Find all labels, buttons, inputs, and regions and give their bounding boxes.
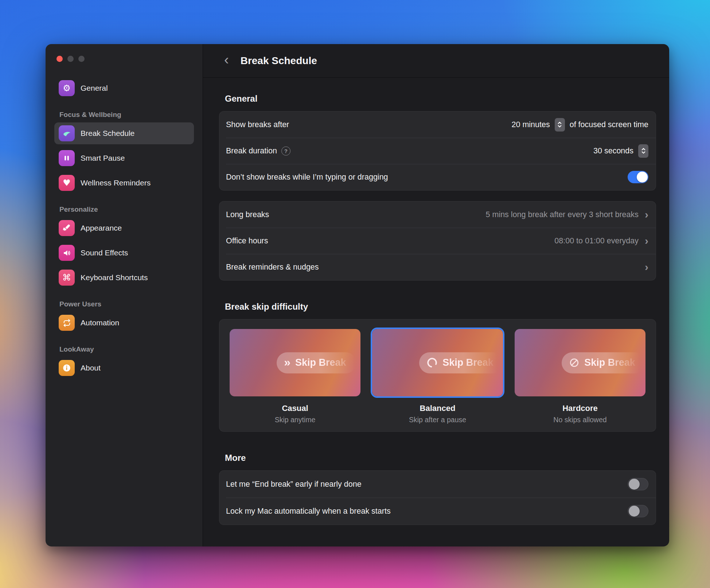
- sidebar-item-label: Break Schedule: [81, 129, 134, 138]
- sidebar-item-label: Appearance: [81, 224, 122, 232]
- sidebar-section-lookaway: LookAway: [59, 345, 194, 353]
- lock-mac-label: Lock my Mac automatically when a break s…: [226, 507, 391, 516]
- sidebar-item-general[interactable]: ⚙ General: [54, 77, 194, 99]
- sidebar-item-label: Sound Effects: [81, 248, 128, 257]
- difficulty-description: Skip after a pause: [372, 416, 503, 424]
- skip-break-pill: Skip Break: [562, 352, 645, 373]
- end-break-early-label: Let me “End break” early if nearly done: [226, 480, 362, 489]
- window-controls: [56, 56, 194, 62]
- content-header: ‹ Break Schedule: [203, 44, 669, 78]
- casual-tile[interactable]: » Skip Break: [230, 329, 360, 396]
- sidebar-item-smart-pause[interactable]: Smart Pause: [54, 147, 194, 169]
- zoom-button[interactable]: [78, 56, 85, 62]
- typing-dragging-label: Don’t show breaks while I’m typing or dr…: [226, 173, 388, 182]
- office-hours-value: 08:00 to 01:00 everyday: [554, 236, 639, 246]
- minimize-button[interactable]: [67, 56, 74, 62]
- sidebar-section-focus-wellbeing: Focus & Wellbeing: [59, 111, 194, 119]
- end-break-early-row: Let me “End break” early if nearly done: [219, 471, 656, 498]
- break-duration-stepper[interactable]: [638, 144, 648, 158]
- pause-icon: [59, 150, 75, 166]
- long-breaks-row[interactable]: Long breaks 5 mins long break after ever…: [219, 201, 656, 228]
- sidebar-item-label: About: [81, 364, 101, 372]
- show-breaks-after-suffix: of focused screen time: [570, 120, 648, 129]
- sidebar: ⚙ General Focus & Wellbeing Break Schedu…: [46, 44, 203, 546]
- info-icon: [59, 360, 75, 376]
- show-breaks-after-label: Show breaks after: [226, 120, 289, 129]
- settings-window: ⚙ General Focus & Wellbeing Break Schedu…: [46, 44, 669, 546]
- break-duration-label: Break duration: [226, 146, 277, 156]
- back-button[interactable]: ‹: [223, 53, 230, 69]
- office-hours-row[interactable]: Office hours 08:00 to 01:00 everyday ›: [219, 228, 656, 254]
- sidebar-item-wellness-reminders[interactable]: ♥ Wellness Reminders: [54, 172, 194, 194]
- end-break-early-toggle[interactable]: [628, 478, 648, 490]
- speaker-icon: [59, 245, 75, 261]
- break-reminders-label: Break reminders & nudges: [226, 263, 319, 272]
- difficulty-option-casual[interactable]: » Skip Break Casual Skip anytime: [230, 329, 360, 424]
- difficulty-name: Casual: [230, 404, 360, 413]
- difficulty-card: » Skip Break Casual Skip anytime: [219, 319, 656, 432]
- sidebar-item-label: Keyboard Shortcuts: [81, 273, 148, 282]
- show-breaks-after-stepper[interactable]: [555, 118, 565, 132]
- sidebar-section-power-users: Power Users: [59, 300, 194, 308]
- break-duration-row: Break duration ? 30 seconds: [219, 138, 656, 164]
- difficulty-name: Hardcore: [515, 404, 645, 413]
- sidebar-item-label: Wellness Reminders: [81, 179, 151, 187]
- lock-mac-row: Lock my Mac automatically when a break s…: [219, 498, 656, 525]
- balanced-tile[interactable]: Skip Break: [372, 329, 503, 396]
- skip-break-pill: » Skip Break: [277, 352, 356, 373]
- command-icon: ⌘: [59, 270, 75, 286]
- gear-icon: ⚙: [59, 80, 75, 96]
- long-breaks-label: Long breaks: [226, 210, 269, 219]
- section-title-difficulty: Break skip difficulty: [225, 302, 656, 312]
- sidebar-item-about[interactable]: About: [54, 357, 194, 379]
- desktop-background: { "window": { "title": "Break Schedule" …: [0, 0, 710, 588]
- sidebar-section-personalize: Personalize: [59, 205, 194, 213]
- no-skip-icon: [569, 357, 580, 368]
- content-pane: ‹ Break Schedule General Show breaks aft…: [203, 44, 669, 546]
- countdown-ring-icon: [426, 357, 438, 368]
- office-hours-label: Office hours: [226, 236, 268, 246]
- sidebar-item-label: Automation: [81, 318, 119, 327]
- difficulty-option-hardcore[interactable]: Skip Break Hardcore No skips allowed: [515, 329, 645, 424]
- break-reminders-row[interactable]: Break reminders & nudges ›: [219, 254, 656, 280]
- sidebar-item-label: Smart Pause: [81, 154, 125, 162]
- show-breaks-after-row: Show breaks after 20 minutes of focused …: [219, 111, 656, 138]
- double-chevron-icon: »: [284, 356, 290, 369]
- chevron-right-icon: ›: [643, 235, 648, 246]
- paintbrush-icon: [59, 220, 75, 236]
- more-settings-card: Let me “End break” early if nearly done …: [219, 470, 656, 525]
- schedule-links-card: Long breaks 5 mins long break after ever…: [219, 201, 656, 281]
- difficulty-description: Skip anytime: [230, 416, 360, 424]
- lock-mac-toggle[interactable]: [628, 505, 648, 517]
- sidebar-item-keyboard-shortcuts[interactable]: ⌘ Keyboard Shortcuts: [54, 267, 194, 289]
- settings-scroll-area: General Show breaks after 20 minutes of …: [203, 78, 669, 540]
- typing-dragging-row: Don’t show breaks while I’m typing or dr…: [219, 164, 656, 190]
- skip-break-pill: Skip Break: [419, 352, 503, 373]
- break-duration-value: 30 seconds: [593, 146, 633, 156]
- section-title-general: General: [225, 94, 656, 104]
- long-breaks-value: 5 mins long break after every 3 short br…: [486, 210, 639, 219]
- break-schedule-icon: [59, 125, 75, 141]
- sidebar-item-sound-effects[interactable]: Sound Effects: [54, 242, 194, 264]
- show-breaks-after-value: 20 minutes: [512, 120, 550, 129]
- typing-dragging-toggle[interactable]: [628, 171, 648, 183]
- page-title: Break Schedule: [241, 55, 317, 67]
- help-icon[interactable]: ?: [281, 146, 290, 156]
- difficulty-option-balanced[interactable]: Skip Break Balanced Skip after a pause: [372, 329, 503, 424]
- sidebar-item-appearance[interactable]: Appearance: [54, 217, 194, 239]
- chevron-right-icon: ›: [643, 209, 648, 220]
- repeat-icon: [59, 315, 75, 331]
- sidebar-item-break-schedule[interactable]: Break Schedule: [54, 122, 194, 144]
- sidebar-item-automation[interactable]: Automation: [54, 312, 194, 334]
- heart-icon: ♥: [59, 175, 75, 191]
- hardcore-tile[interactable]: Skip Break: [515, 329, 645, 396]
- section-title-more: More: [225, 453, 656, 463]
- difficulty-name: Balanced: [372, 404, 503, 413]
- chevron-right-icon: ›: [643, 262, 648, 273]
- difficulty-description: No skips allowed: [515, 416, 645, 424]
- sidebar-item-label: General: [81, 84, 108, 93]
- general-settings-card: Show breaks after 20 minutes of focused …: [219, 111, 656, 191]
- close-button[interactable]: [56, 56, 63, 62]
